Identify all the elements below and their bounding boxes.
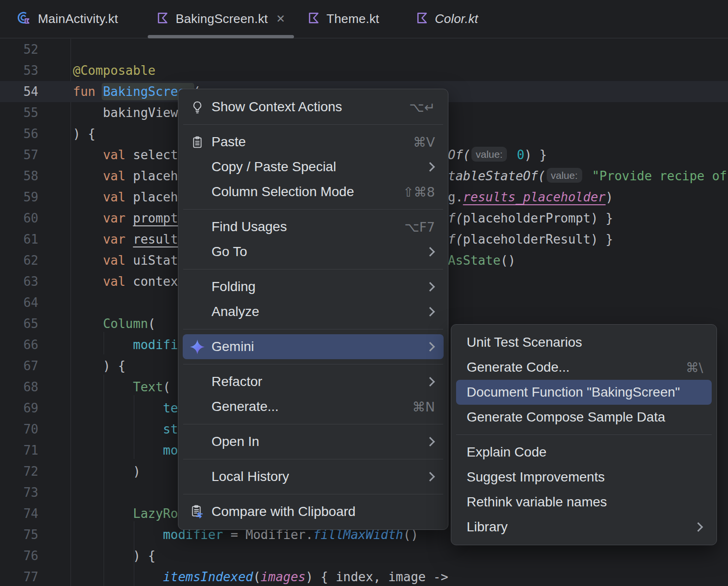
- code-text[interactable]: var result: [73, 229, 178, 250]
- kotlin-icon: [156, 12, 169, 26]
- code-fragment[interactable]: g.results_placeholder): [448, 187, 613, 208]
- menu-item-label: Column Selection Mode: [211, 184, 354, 199]
- menu-item-generate[interactable]: Generate...⌘N: [183, 394, 444, 419]
- menu-separator: [183, 209, 443, 210]
- code-text[interactable]: modifi: [73, 334, 178, 355]
- code-token: [585, 169, 592, 183]
- code-token: [73, 401, 163, 415]
- menu-item-show-context-actions[interactable]: Show Context Actions⌥↵: [183, 94, 444, 119]
- menu-item-refactor[interactable]: Refactor: [183, 369, 444, 394]
- code-fragment[interactable]: f(placeholderResult) }: [448, 229, 613, 250]
- code-token: [73, 253, 103, 268]
- code-text[interactable]: val placeh: [73, 187, 178, 208]
- menu-item-label: Open In: [211, 434, 259, 449]
- code-token: [73, 274, 103, 289]
- menu-item-go-to[interactable]: Go To: [183, 239, 444, 264]
- code-token: [73, 148, 103, 162]
- code-token: f(: [448, 232, 463, 246]
- code-token: "Provide recipe of: [592, 169, 727, 183]
- submenu-arrow-icon: [425, 307, 435, 316]
- menu-item-compare-with-clipboard[interactable]: Compare with Clipboard: [183, 499, 444, 524]
- close-icon[interactable]: ✕: [276, 12, 285, 25]
- line-number: 68: [0, 376, 38, 398]
- menu-item-suggest-improvements[interactable]: Suggest Improvements: [456, 465, 712, 490]
- code-text[interactable]: val contex: [73, 271, 178, 292]
- menu-separator: [456, 434, 712, 435]
- code-token: st: [163, 422, 178, 436]
- menu-item-find-usages[interactable]: Find Usages⌥F7: [183, 214, 444, 239]
- code-token: val: [103, 190, 133, 204]
- code-text[interactable]: ) {: [73, 355, 126, 376]
- line-number: 64: [0, 292, 38, 313]
- code-token: ): [73, 464, 141, 479]
- code-text[interactable]: ) {: [73, 123, 95, 144]
- code-text[interactable]: val select: [73, 144, 178, 165]
- code-text[interactable]: mo: [73, 440, 178, 461]
- menu-item-document-function-bakingscreen[interactable]: Document Function "BakingScreen": [456, 380, 712, 405]
- code-line[interactable]: 52: [0, 39, 728, 60]
- code-token: var: [103, 232, 133, 246]
- code-token: placeh: [133, 190, 178, 204]
- code-fragment[interactable]: AsState(): [448, 250, 516, 271]
- code-text[interactable]: val uiStat: [73, 250, 178, 271]
- menu-shortcut: ⌥F7: [404, 220, 435, 234]
- line-number: 72: [0, 461, 38, 482]
- line-number: 73: [0, 482, 38, 503]
- code-text[interactable]: Text(: [73, 376, 171, 398]
- menu-item-open-in[interactable]: Open In: [183, 429, 444, 454]
- menu-item-local-history[interactable]: Local History: [183, 464, 444, 489]
- code-text[interactable]: itemsIndexed(images) { index, image ->: [73, 566, 448, 586]
- menu-item-rethink-variable-names[interactable]: Rethink variable names: [456, 490, 712, 515]
- tab-mainactivity-kt[interactable]: MainActivity.kt: [7, 0, 128, 38]
- menu-item-label: Folding: [211, 279, 256, 294]
- code-token: [73, 380, 133, 394]
- tab-color-kt[interactable]: Color.kt: [406, 0, 488, 38]
- code-line[interactable]: 53@Composable: [0, 60, 728, 81]
- code-line[interactable]: 76 ) {: [0, 545, 728, 566]
- menu-item-label: Library: [456, 519, 508, 535]
- menu-item-analyze[interactable]: Analyze: [183, 299, 444, 324]
- menu-item-label: Go To: [211, 244, 247, 259]
- menu-item-label: Local History: [211, 469, 289, 484]
- menu-item-label: Paste: [211, 134, 246, 150]
- menu-item-gemini[interactable]: Gemini: [183, 334, 444, 359]
- menu-item-generate-compose-sample-data[interactable]: Generate Compose Sample Data: [456, 405, 712, 430]
- code-token: te: [163, 401, 178, 415]
- menu-item-folding[interactable]: Folding: [183, 274, 444, 299]
- menu-item-generate-code[interactable]: Generate Code...⌘\: [456, 355, 712, 380]
- code-token: bakingView: [73, 105, 178, 120]
- code-text[interactable]: ) {: [73, 545, 155, 566]
- code-text[interactable]: LazyRo: [73, 503, 178, 524]
- code-text[interactable]: var prompt: [73, 208, 178, 229]
- code-fragment[interactable]: f(placeholderPrompt) }: [448, 208, 613, 229]
- menu-item-unit-test-scenarios[interactable]: Unit Test Scenarios: [456, 330, 712, 355]
- code-text[interactable]: st: [73, 419, 178, 440]
- code-text[interactable]: Column(: [73, 313, 155, 334]
- menu-item-label: Gemini: [211, 339, 254, 354]
- code-text[interactable]: val placeh: [73, 165, 178, 187]
- menu-item-explain-code[interactable]: Explain Code: [456, 440, 712, 465]
- menu-item-label: Explain Code: [456, 445, 547, 460]
- code-fragment[interactable]: Of(value: 0) }: [448, 144, 547, 165]
- tab-bakingscreen-kt[interactable]: BakingScreen.kt✕: [147, 0, 295, 38]
- code-fragment[interactable]: tableStateOf(value: "Provide recipe of: [448, 165, 727, 187]
- menu-item-library[interactable]: Library: [456, 515, 712, 539]
- code-token: ) {: [73, 359, 126, 373]
- ide-window: MainActivity.ktBakingScreen.kt✕Theme.ktC…: [0, 0, 728, 586]
- code-line[interactable]: 77 itemsIndexed(images) { index, image -…: [0, 566, 728, 586]
- code-token: f(: [448, 211, 463, 225]
- menu-item-paste[interactable]: Paste⌘V: [183, 129, 444, 154]
- code-text[interactable]: @Composable: [73, 60, 155, 81]
- code-text[interactable]: bakingView: [73, 102, 178, 123]
- code-token: Of(: [448, 148, 470, 162]
- tab-label: Color.kt: [435, 12, 478, 26]
- code-text[interactable]: ): [73, 461, 141, 482]
- code-text[interactable]: te: [73, 398, 178, 419]
- menu-item-column-selection-mode[interactable]: Column Selection Mode⇧⌘8: [183, 179, 444, 204]
- submenu-arrow-icon: [693, 522, 703, 532]
- code-token: [73, 570, 163, 584]
- code-token: (: [148, 316, 156, 331]
- menu-item-copy-paste-special[interactable]: Copy / Paste Special: [183, 154, 444, 179]
- tab-theme-kt[interactable]: Theme.kt: [298, 0, 389, 38]
- line-number: 60: [0, 208, 38, 229]
